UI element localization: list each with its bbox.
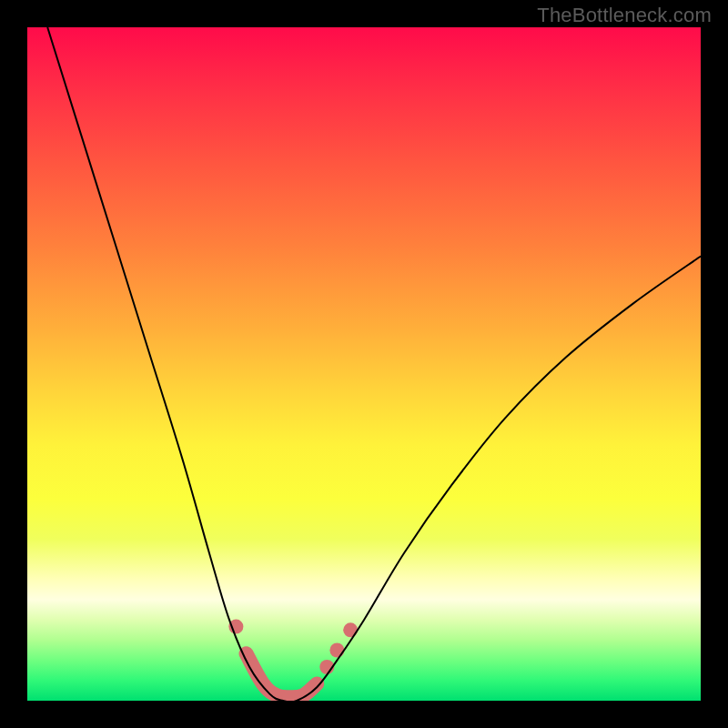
highlight-segment [247,653,318,697]
chart-plot-area [27,27,701,701]
chart-svg [27,27,701,701]
svg-point-2 [329,643,344,658]
svg-point-3 [343,622,358,637]
bottleneck-curve [47,27,701,701]
watermark-text: TheBottleneck.com [537,4,712,27]
